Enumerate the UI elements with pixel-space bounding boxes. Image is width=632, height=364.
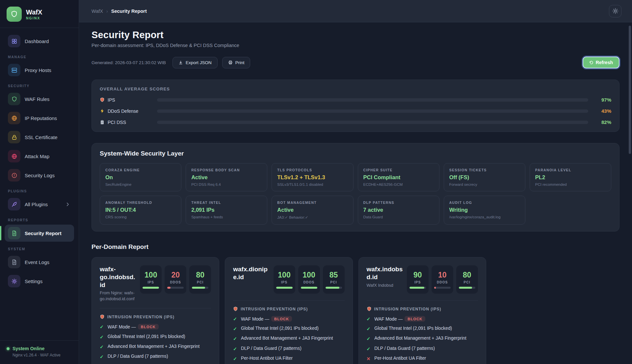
domain-score-label: IPS [281,280,288,284]
sidebar-item-security-report[interactable]: Security Report [5,225,74,242]
status-detail: Nginx v1.26.4 · WAF Active [13,353,72,357]
system-card-sub: PCI recommended [535,182,606,186]
score-percent: 82% [593,119,611,125]
check-item: ✓Per-Host Antibot UA Filter [233,356,344,362]
domain-score-ddos: 20DDOS [165,265,186,294]
system-card-value: 2,091 IPs [191,207,262,213]
breadcrumb-root[interactable]: WafX [92,9,103,14]
status-online-dot [7,347,10,350]
sidebar-item-attack-map[interactable]: Attack Map [5,148,74,165]
system-card-label: PARANOIA LEVEL [535,168,606,172]
check-item: ✓DLP / Data Guard (7 patterns) [233,346,344,352]
file-icon [8,227,20,239]
score-label: PCI DSS [108,120,126,125]
feather-icon [8,198,20,210]
page-subtitle: Per-domain assessment: IPS, DDoS Defense… [92,43,619,48]
scrollbar-thumb[interactable] [629,26,631,154]
sidebar-item-label: All Plugins [25,202,61,207]
domain-subtitle: From Nginx: wafx-go.indobsd.id.conf [100,290,136,302]
domain-card-wafx.indobsd.id: wafx.indobsd.idWafX Indobsd90IPS10DDOS80… [358,257,486,364]
system-layer-title: System-Wide Security Layer [100,150,611,157]
domain-score-bar-track [459,287,475,289]
sidebar-item-label: Proxy Hosts [25,67,71,73]
sidebar-item-event-logs[interactable]: Event Logs [5,254,74,271]
per-domain-title: Per-Domain Report [92,243,619,251]
system-card-value: Writing [449,207,520,213]
shield-emoji-icon [367,306,372,311]
domain-score-value: 80 [463,271,471,279]
ips-section-header: INTRUSION PREVENTION (IPS) [233,306,344,311]
check-item: ✓Global Threat Intel (2,091 IPs blocked) [367,326,478,332]
print-button[interactable]: Print [222,57,250,68]
alert-circle-icon [8,169,20,182]
overall-scores-title: OVERALL AVERAGE SCORES [100,86,611,91]
overall-score-row-ddos-defense: DDoS Defense43% [100,108,611,114]
domain-score-bar-track [192,287,208,289]
domain-score-label: PCI [330,280,337,284]
system-card-value: On [105,174,176,181]
system-card-sub: Data Guard [363,215,434,219]
domain-score-value: 100 [278,271,290,279]
sidebar-item-ip-reputations[interactable]: IP Reputations [5,109,74,127]
theme-toggle-button[interactable] [609,5,621,17]
system-card-label: RESPONSE BODY SCAN [191,168,262,172]
check-icon: ✓ [233,356,237,362]
breadcrumb-current: Security Report [111,9,147,14]
nav-group-label-reports: REPORTS [8,218,71,222]
shield-icon [8,93,20,105]
check-item-text: DLP / Data Guard (7 patterns) [374,346,435,351]
domain-score-bar-fill [326,287,340,289]
server-icon [8,64,20,76]
sidebar-item-label: Event Logs [25,259,71,265]
check-item-text: Per-Host Antibot UA Filter [241,356,293,361]
refresh-button[interactable]: Refresh [583,57,619,68]
export-json-button[interactable]: Export JSON [172,57,218,68]
system-card-threat-intel: THREAT INTEL2,091 IPsSpamhaus + feeds [186,196,267,225]
sidebar-item-label: Settings [25,279,71,284]
app-title: WafX [26,9,42,16]
overall-score-row-ips: IPS97% [100,97,611,103]
system-card-sub: SSLv3/TLS1.0/1.1 disabled [277,182,348,186]
system-card-session-tickets: SESSION TICKETSOff (FS)Forward secrecy [444,163,525,191]
nav-group-label-system: SYSTEM [8,247,71,251]
domain-score-bar-fill [276,287,293,289]
generated-timestamp: Generated: 2026-03-07 21:30:02 WIB [92,60,166,65]
domain-score-pci: 85PCI [323,265,345,294]
meta-row: Generated: 2026-03-07 21:30:02 WIB Expor… [92,57,619,68]
page-content: Security Report Per-domain assessment: I… [79,22,632,364]
score-label: IPS [108,97,115,103]
system-card-value: TLSv1.2 + TLSv1.3 [277,174,348,181]
sun-icon [612,8,619,14]
x-icon: ✕ [367,356,371,362]
sidebar-item-all-plugins[interactable]: All Plugins [5,196,74,213]
domain-score-value: 85 [329,271,338,279]
score-bar-track [157,98,588,102]
system-card-value: IN:5 / OUT:4 [105,207,176,213]
domain-score-pci: 80PCI [189,265,211,294]
check-item-text: Per-Host Antibot UA Filter [374,356,426,361]
domain-score-bar-fill [143,287,159,289]
domain-score-bar-track [409,287,426,289]
check-item: ✓DLP / Data Guard (7 patterns) [100,354,211,360]
system-card-bot-management: BOT MANAGEMENTActiveJA3:✓ Behavior:✓ [272,196,353,225]
system-card-sub: ECDHE+AES256-GCM [363,182,434,186]
check-item-text: DLP / Data Guard (7 patterns) [241,346,302,351]
system-card-anomaly-threshold: ANOMALY THRESHOLDIN:5 / OUT:4CRS scoring [100,196,181,225]
check-item-text: WAF Mode —BLOCK [374,316,425,322]
sidebar-item-label: Security Report [25,231,71,236]
sidebar-item-dashboard[interactable]: Dashboard [5,33,74,50]
sidebar-item-security-logs[interactable]: Security Logs [5,167,74,184]
system-card-label: DLP PATTERNS [363,201,434,205]
ips-section-header: INTRUSION PREVENTION (IPS) [367,306,478,311]
sidebar-item-label: Attack Map [25,154,71,159]
system-card-sub: PCI DSS Req 6.4 [191,182,262,186]
check-icon: ✓ [233,346,237,352]
system-card-sub: SecRuleEngine [105,182,176,186]
sidebar-item-settings[interactable]: Settings [5,273,74,290]
sidebar-item-ssl-certificate[interactable]: SSL Certificate [5,129,74,146]
domain-score-bar-fill [167,287,171,289]
check-icon: ✓ [100,324,104,330]
app-subtitle: NGINX [26,16,42,20]
sidebar-item-waf-rules[interactable]: WAF Rules [5,90,74,108]
sidebar-item-proxy-hosts[interactable]: Proxy Hosts [5,61,74,79]
